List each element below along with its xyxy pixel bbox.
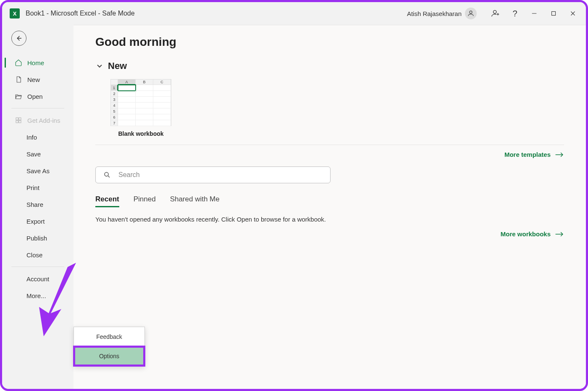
svg-point-0 bbox=[470, 11, 472, 13]
maximize-icon bbox=[550, 10, 557, 17]
folder-open-icon bbox=[15, 92, 22, 100]
excel-app-icon: X bbox=[10, 8, 20, 18]
home-icon bbox=[15, 59, 22, 66]
sidebar-item-label: Account bbox=[26, 275, 49, 283]
tab-shared-with-me[interactable]: Shared with Me bbox=[170, 195, 220, 207]
sidebar-item-label: Open bbox=[27, 93, 43, 100]
sidebar-item-save-as[interactable]: Save As bbox=[2, 162, 74, 179]
popup-item-options[interactable]: Options bbox=[74, 346, 144, 366]
backstage-main: Good morning New ABC 1 2 3 4 5 6 7 bbox=[74, 25, 586, 389]
sidebar-item-info[interactable]: Info bbox=[2, 129, 74, 145]
sidebar-item-print[interactable]: Print bbox=[2, 179, 74, 196]
sidebar-item-close[interactable]: Close bbox=[2, 246, 74, 263]
blank-workbook-thumbnail: ABC 1 2 3 4 5 6 7 bbox=[110, 79, 171, 126]
user-avatar[interactable] bbox=[465, 8, 477, 19]
page-title: Good morning bbox=[95, 35, 564, 49]
sidebar-item-publish[interactable]: Publish bbox=[2, 230, 74, 246]
more-templates-link[interactable]: More templates bbox=[95, 151, 564, 158]
popup-item-label: Feedback bbox=[96, 333, 122, 340]
arrow-right-icon bbox=[555, 151, 564, 158]
sidebar-item-new[interactable]: New bbox=[2, 71, 74, 88]
sidebar-item-label: Save As bbox=[26, 167, 50, 174]
sidebar-item-home[interactable]: Home bbox=[2, 54, 74, 71]
sidebar-divider bbox=[11, 267, 64, 267]
close-icon bbox=[569, 10, 577, 17]
person-icon bbox=[467, 10, 475, 17]
arrow-left-icon bbox=[15, 34, 23, 42]
chevron-down-icon bbox=[95, 62, 104, 70]
sidebar-item-label: Get Add-ins bbox=[27, 117, 60, 124]
app-window: X Book1 - Microsoft Excel - Safe Mode At… bbox=[0, 0, 588, 391]
recent-tabs: Recent Pinned Shared with Me bbox=[95, 195, 564, 207]
minimize-icon bbox=[530, 10, 538, 17]
sidebar-item-get-addins: Get Add-ins bbox=[2, 112, 74, 129]
empty-recent-message: You haven't opened any workbooks recentl… bbox=[95, 216, 564, 223]
sidebar-item-share[interactable]: Share bbox=[2, 196, 74, 213]
search-input[interactable] bbox=[118, 171, 323, 179]
arrow-right-icon bbox=[555, 231, 564, 238]
close-button[interactable] bbox=[563, 5, 583, 22]
sidebar-item-label: Share bbox=[26, 201, 43, 208]
sidebar-item-open[interactable]: Open bbox=[2, 88, 74, 105]
tab-label: Pinned bbox=[134, 195, 156, 203]
more-popup-menu: Feedback Options bbox=[74, 327, 145, 366]
titlebar: X Book1 - Microsoft Excel - Safe Mode At… bbox=[2, 2, 586, 25]
sidebar-divider bbox=[11, 108, 64, 108]
svg-point-1 bbox=[494, 11, 496, 13]
document-icon bbox=[15, 76, 22, 83]
signed-in-user-name: Atish Rajasekharan bbox=[407, 10, 462, 17]
sidebar-item-save[interactable]: Save bbox=[2, 145, 74, 162]
tab-label: Recent bbox=[95, 195, 119, 203]
sidebar-item-account[interactable]: Account bbox=[2, 270, 74, 287]
sidebar-item-label: Close bbox=[26, 251, 42, 259]
person-plus-icon bbox=[491, 9, 500, 18]
sidebar-item-label: Print bbox=[26, 184, 39, 191]
sidebar-item-label: New bbox=[27, 76, 40, 83]
divider bbox=[95, 145, 564, 145]
tab-pinned[interactable]: Pinned bbox=[134, 195, 156, 207]
coming-soon-button[interactable] bbox=[486, 5, 505, 22]
help-button[interactable]: ? bbox=[505, 5, 525, 22]
popup-item-label: Options bbox=[99, 353, 119, 359]
svg-rect-6 bbox=[19, 121, 21, 123]
more-workbooks-link[interactable]: More workbooks bbox=[501, 230, 564, 238]
backstage-sidebar: Home New Open Get Add-ins Info Save Save… bbox=[2, 25, 74, 389]
svg-point-7 bbox=[105, 172, 108, 176]
link-label: More workbooks bbox=[501, 230, 551, 238]
tab-recent[interactable]: Recent bbox=[95, 195, 119, 207]
sidebar-item-label: Publish bbox=[26, 235, 47, 242]
svg-rect-2 bbox=[552, 12, 556, 16]
svg-rect-5 bbox=[16, 121, 18, 123]
addins-icon bbox=[15, 116, 22, 124]
tab-label: Shared with Me bbox=[170, 195, 220, 203]
sidebar-item-label: Export bbox=[26, 218, 45, 225]
popup-item-feedback[interactable]: Feedback bbox=[74, 327, 144, 346]
section-title: New bbox=[108, 61, 127, 71]
search-icon bbox=[103, 171, 111, 179]
link-label: More templates bbox=[504, 151, 551, 158]
sidebar-item-label: Home bbox=[27, 59, 44, 66]
section-header-new[interactable]: New bbox=[95, 61, 564, 71]
sidebar-item-label: Info bbox=[26, 134, 37, 141]
back-button[interactable] bbox=[11, 31, 26, 46]
sidebar-item-export[interactable]: Export bbox=[2, 213, 74, 230]
svg-rect-3 bbox=[16, 118, 18, 120]
help-icon: ? bbox=[512, 9, 517, 18]
document-title: Book1 - Microsoft Excel - Safe Mode bbox=[26, 10, 135, 17]
maximize-button[interactable] bbox=[544, 5, 563, 22]
search-box[interactable] bbox=[95, 166, 331, 183]
template-blank-workbook[interactable]: ABC 1 2 3 4 5 6 7 Blank workbook bbox=[110, 79, 171, 137]
template-label: Blank workbook bbox=[110, 130, 171, 137]
sidebar-item-label: More... bbox=[26, 292, 46, 299]
svg-rect-4 bbox=[19, 118, 21, 120]
minimize-button[interactable] bbox=[525, 5, 544, 22]
sidebar-item-more[interactable]: More... bbox=[2, 287, 74, 304]
sidebar-item-label: Save bbox=[26, 151, 41, 158]
templates-row: ABC 1 2 3 4 5 6 7 Blank workbook bbox=[110, 79, 564, 137]
